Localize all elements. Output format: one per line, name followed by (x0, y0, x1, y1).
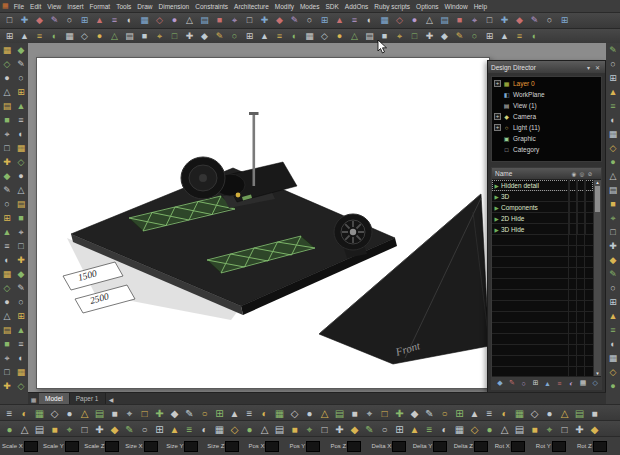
tool-icon[interactable]: ■ (527, 422, 542, 437)
tool-icon[interactable]: ▲ (407, 422, 422, 437)
tool-icon[interactable]: ■ (287, 422, 302, 437)
menu-file[interactable]: File (11, 3, 27, 10)
tool-icon[interactable]: ✚ (152, 406, 167, 421)
tool-icon[interactable]: ⌖ (302, 422, 317, 437)
tool-icon[interactable]: ◐ (122, 14, 137, 27)
tool-icon[interactable]: ◐ (47, 30, 62, 43)
tree-item-category[interactable]: □Category (493, 144, 600, 155)
tool-icon[interactable]: ✚ (332, 422, 347, 437)
tool-icon[interactable]: △ (422, 14, 437, 27)
tool-icon[interactable]: □ (0, 141, 14, 155)
tool-icon[interactable]: ⌖ (152, 30, 167, 43)
tool-icon[interactable]: ▦ (32, 406, 47, 421)
menu-edit[interactable]: Edit (27, 3, 44, 10)
layer-row[interactable]: ▶2D Hide (492, 213, 593, 224)
tool-icon[interactable]: ≡ (347, 14, 362, 27)
tool-icon[interactable]: ⌖ (606, 211, 620, 225)
tool-icon[interactable]: □ (137, 406, 152, 421)
tool-icon[interactable]: ✎ (362, 422, 377, 437)
tool-icon[interactable]: ◆ (512, 14, 527, 27)
status-field-input[interactable] (225, 441, 239, 452)
tool-icon[interactable]: ⊞ (242, 30, 257, 43)
layer-flag-cell[interactable] (585, 224, 593, 235)
scrollbar-thumb[interactable] (595, 186, 600, 212)
tool-icon[interactable]: ■ (47, 422, 62, 437)
tool-icon[interactable]: ◇ (392, 14, 407, 27)
tool-icon[interactable]: △ (557, 406, 572, 421)
tool-icon[interactable]: ≡ (422, 422, 437, 437)
tool-icon[interactable]: ■ (347, 406, 362, 421)
tool-icon[interactable]: ▦ (577, 379, 589, 387)
tool-icon[interactable]: ⌖ (542, 422, 557, 437)
tool-icon[interactable]: ▦ (212, 422, 227, 437)
status-field-input[interactable] (474, 441, 488, 452)
tool-icon[interactable]: ◐ (606, 337, 620, 351)
menu-modify[interactable]: Modify (272, 3, 297, 10)
tool-icon[interactable]: △ (257, 422, 272, 437)
tree-item-light-11-[interactable]: +○Light (11) (493, 122, 600, 133)
tool-icon[interactable]: ⊞ (317, 14, 332, 27)
tool-icon[interactable]: △ (77, 406, 92, 421)
tool-icon[interactable]: ● (606, 155, 620, 169)
tool-icon[interactable]: ▲ (14, 99, 28, 113)
tool-icon[interactable]: ○ (14, 295, 28, 309)
menu-window[interactable]: Window (442, 3, 471, 10)
tool-icon[interactable]: ≡ (553, 380, 565, 387)
tool-icon[interactable]: ◆ (0, 169, 14, 183)
tool-icon[interactable]: ◆ (14, 267, 28, 281)
tool-icon[interactable]: ▦ (377, 14, 392, 27)
tool-icon[interactable]: ≡ (182, 422, 197, 437)
tool-icon[interactable]: ○ (197, 406, 212, 421)
lock-column-icon[interactable]: ⊘ (586, 171, 594, 177)
tool-icon[interactable]: ■ (587, 406, 602, 421)
tool-icon[interactable]: □ (14, 239, 28, 253)
tool-icon[interactable]: △ (0, 85, 14, 99)
tool-icon[interactable]: ● (0, 71, 14, 85)
tool-icon[interactable]: ■ (452, 14, 467, 27)
tool-icon[interactable]: ▲ (606, 85, 620, 99)
menu-ruby-scripts[interactable]: Ruby scripts (371, 3, 413, 10)
tool-icon[interactable]: ● (407, 14, 422, 27)
layer-flag-cell[interactable] (585, 213, 593, 224)
tool-icon[interactable]: ⌖ (14, 225, 28, 239)
tool-icon[interactable]: ▤ (0, 99, 14, 113)
render-column-icon[interactable]: ◎ (578, 171, 586, 177)
menu-insert[interactable]: Insert (64, 3, 86, 10)
tool-icon[interactable]: ≡ (2, 406, 17, 421)
tool-icon[interactable]: ◇ (606, 365, 620, 379)
status-field-input[interactable] (265, 441, 279, 452)
tool-icon[interactable]: ▦ (0, 267, 14, 281)
tool-icon[interactable]: ▦ (0, 43, 14, 57)
tool-icon[interactable]: △ (182, 14, 197, 27)
layers-table-header[interactable]: Name ◉ ◎ ⊘ (492, 168, 601, 180)
tool-icon[interactable]: ▤ (197, 14, 212, 27)
tool-icon[interactable]: ◇ (467, 422, 482, 437)
tool-icon[interactable]: ● (542, 406, 557, 421)
tool-icon[interactable]: ◐ (606, 113, 620, 127)
tool-icon[interactable]: ▤ (0, 323, 14, 337)
tool-icon[interactable]: ≡ (32, 30, 47, 43)
tool-icon[interactable]: ▤ (332, 406, 347, 421)
status-field-input[interactable] (552, 441, 566, 452)
tool-icon[interactable]: ◇ (527, 406, 542, 421)
tool-icon[interactable]: ○ (227, 30, 242, 43)
tool-icon[interactable]: ○ (0, 197, 14, 211)
panel-dropdown-icon[interactable]: ▾ (584, 64, 593, 71)
tool-icon[interactable]: ✎ (47, 14, 62, 27)
tool-icon[interactable]: ◆ (587, 422, 602, 437)
tool-icon[interactable]: ◆ (167, 406, 182, 421)
tree-item-workplane[interactable]: ◧WorkPlane (493, 89, 600, 100)
menu-architecture[interactable]: Architecture (231, 3, 272, 10)
tool-icon[interactable]: ● (92, 30, 107, 43)
drawing-paper[interactable]: Front 1500 2500 (36, 57, 490, 389)
menu-tools[interactable]: Tools (113, 3, 134, 10)
tool-icon[interactable]: ≡ (512, 30, 527, 43)
tool-icon[interactable]: ✚ (497, 14, 512, 27)
status-field-input[interactable] (433, 441, 447, 452)
panel-close-icon[interactable]: ✕ (593, 64, 602, 71)
tool-icon[interactable]: ▲ (467, 406, 482, 421)
tool-icon[interactable]: ≡ (107, 14, 122, 27)
tool-icon[interactable]: ✎ (287, 14, 302, 27)
tool-icon[interactable]: ⊞ (152, 422, 167, 437)
menu-constraints[interactable]: Constraints (192, 3, 231, 10)
